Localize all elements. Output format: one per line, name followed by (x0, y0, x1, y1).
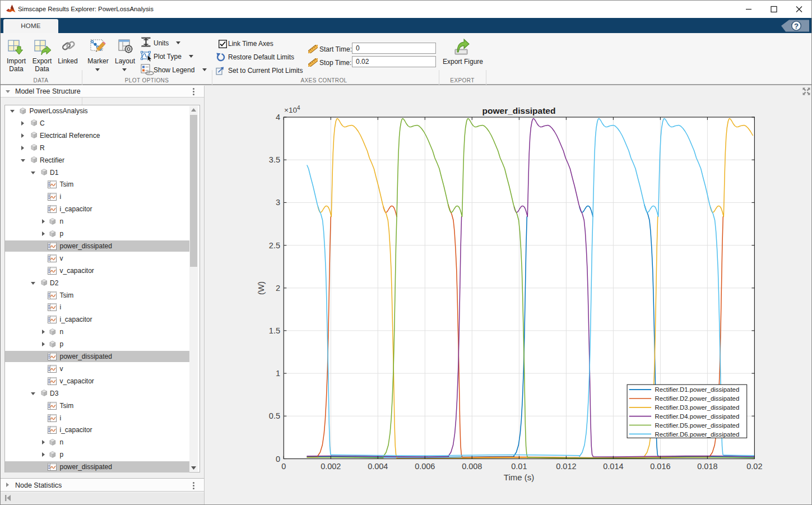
svg-text:Rectifier.D4.power_dissipated: Rectifier.D4.power_dissipated (655, 413, 740, 420)
svg-text:3.5: 3.5 (269, 155, 280, 164)
svg-text:0: 0 (276, 455, 280, 464)
svg-text:0.02: 0.02 (746, 462, 762, 471)
svg-text:0.008: 0.008 (462, 462, 482, 471)
svg-text:Time (s): Time (s) (504, 472, 534, 482)
svg-text:0.002: 0.002 (321, 462, 341, 471)
svg-text:0.006: 0.006 (415, 462, 435, 471)
svg-text:0.01: 0.01 (511, 462, 527, 471)
svg-text:0.5: 0.5 (269, 411, 280, 420)
svg-text:2.5: 2.5 (269, 241, 280, 250)
svg-text:2: 2 (276, 284, 280, 293)
svg-text:(W): (W) (256, 281, 266, 295)
svg-text:0.004: 0.004 (368, 462, 388, 471)
svg-text:Rectifier.D3.power_dissipated: Rectifier.D3.power_dissipated (655, 404, 740, 411)
svg-text:Rectifier.D5.power_dissipated: Rectifier.D5.power_dissipated (655, 422, 740, 429)
svg-text:0.018: 0.018 (697, 462, 717, 471)
svg-text:3: 3 (276, 198, 280, 207)
svg-text:1: 1 (276, 369, 280, 378)
svg-text:×104: ×104 (284, 105, 300, 114)
svg-text:0: 0 (281, 462, 286, 471)
svg-text:?: ? (794, 22, 799, 30)
svg-text:0.014: 0.014 (603, 462, 623, 471)
svg-text:1.5: 1.5 (269, 326, 280, 335)
svg-text:Rectifier.D6.power_dissipated: Rectifier.D6.power_dissipated (655, 431, 740, 438)
svg-text:Rectifier.D2.power_dissipated: Rectifier.D2.power_dissipated (655, 395, 740, 402)
svg-text:4: 4 (276, 113, 280, 122)
svg-text:power_dissipated: power_dissipated (482, 106, 556, 115)
svg-text:0.012: 0.012 (556, 462, 576, 471)
svg-text:Rectifier.D1.power_dissipated: Rectifier.D1.power_dissipated (655, 386, 740, 393)
svg-text:0.016: 0.016 (650, 462, 670, 471)
